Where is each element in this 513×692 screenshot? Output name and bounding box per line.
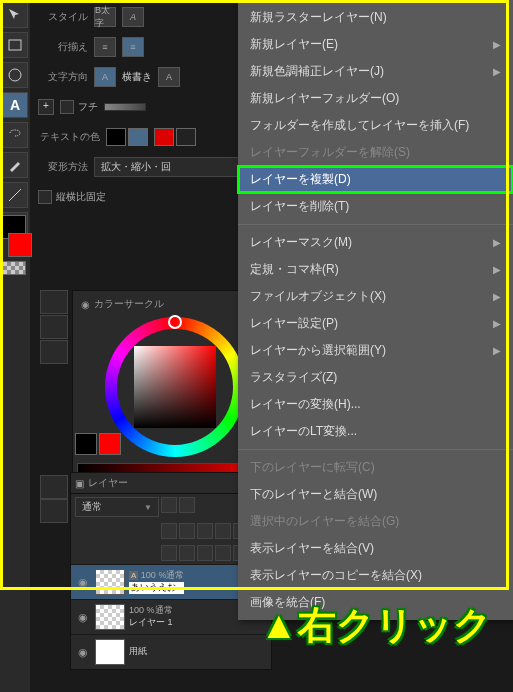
menu-item[interactable]: レイヤー設定(P)▶ bbox=[238, 310, 513, 337]
align-label: 行揃え bbox=[38, 40, 88, 54]
layer-item[interactable]: ◉ 用紙 bbox=[71, 634, 271, 669]
svg-point-1 bbox=[9, 69, 21, 81]
text-color-main[interactable] bbox=[106, 128, 126, 146]
color-panel-title: カラーサークル bbox=[94, 297, 164, 311]
menu-item[interactable]: 表示レイヤーを結合(V) bbox=[238, 535, 513, 562]
circle-tool-icon[interactable] bbox=[2, 62, 28, 88]
layer-thumbnail bbox=[95, 604, 125, 630]
frame-checkbox-row[interactable]: フチ bbox=[60, 100, 98, 114]
new-vector-layer-icon[interactable] bbox=[179, 545, 195, 561]
direction-label: 文字方向 bbox=[38, 70, 88, 84]
submenu-arrow-icon: ▶ bbox=[493, 291, 501, 302]
text-layer-badge: A bbox=[129, 571, 138, 580]
layer-clip-icon[interactable] bbox=[179, 523, 195, 539]
submenu-arrow-icon: ▶ bbox=[493, 345, 501, 356]
layer-panel-tabs bbox=[40, 475, 68, 523]
transform-label: 変形方法 bbox=[38, 160, 88, 174]
pen-tool-icon[interactable] bbox=[2, 152, 28, 178]
checkbox-icon bbox=[38, 190, 52, 204]
layer-thumbnail bbox=[95, 569, 125, 595]
menu-item[interactable]: 新規色調補正レイヤー(J)▶ bbox=[238, 58, 513, 85]
svg-rect-0 bbox=[9, 40, 21, 50]
layer-ctrl-1[interactable] bbox=[161, 497, 177, 513]
menu-item[interactable]: ラスタライズ(Z) bbox=[238, 364, 513, 391]
layer-tab-1[interactable] bbox=[40, 475, 68, 499]
checkbox-icon bbox=[60, 100, 74, 114]
align-center-icon[interactable]: ≡ bbox=[122, 37, 144, 57]
panel-tab-1[interactable] bbox=[40, 290, 68, 314]
tool-property-panel: スタイル B太字 A 行揃え ≡ ≡ 文字方向 A 横書き A + フチ テキス… bbox=[30, 0, 260, 222]
sv-picker[interactable] bbox=[134, 346, 216, 428]
menu-item[interactable]: フォルダーを作成してレイヤーを挿入(F) bbox=[238, 112, 513, 139]
submenu-arrow-icon: ▶ bbox=[493, 318, 501, 329]
layers-icon: ▣ bbox=[75, 478, 84, 489]
menu-item: 選択中のレイヤーを結合(G) bbox=[238, 508, 513, 535]
new-raster-layer-icon[interactable] bbox=[161, 545, 177, 561]
frame-slider[interactable] bbox=[104, 103, 146, 111]
menu-item[interactable]: 新規ラスターレイヤー(N) bbox=[238, 4, 513, 31]
layer-name[interactable]: あいうえお bbox=[129, 582, 184, 594]
aspect-lock-checkbox[interactable]: 縦横比固定 bbox=[38, 190, 106, 204]
transform-dropdown[interactable]: 拡大・縮小・回▼ bbox=[94, 157, 252, 177]
cp-fg-swatch[interactable] bbox=[75, 433, 97, 455]
layer-transfer-icon[interactable] bbox=[215, 545, 231, 561]
menu-item[interactable]: レイヤーを削除(T) bbox=[238, 193, 513, 220]
panel-tab-3[interactable] bbox=[40, 340, 68, 364]
layer-lock-icon[interactable] bbox=[161, 523, 177, 539]
arrow-tool-icon[interactable] bbox=[2, 2, 28, 28]
layer-name: 用紙 bbox=[129, 646, 147, 658]
pattern-swatch[interactable] bbox=[2, 261, 26, 275]
layer-context-menu: 新規ラスターレイヤー(N)新規レイヤー(E)▶新規色調補正レイヤー(J)▶新規レ… bbox=[238, 0, 513, 620]
layer-ctrl-2[interactable] bbox=[179, 497, 195, 513]
menu-item[interactable]: レイヤーから選択範囲(Y)▶ bbox=[238, 337, 513, 364]
textcolor-label: テキストの色 bbox=[38, 130, 100, 144]
bg-swatch[interactable] bbox=[8, 233, 32, 257]
layer-name: レイヤー 1 bbox=[129, 617, 173, 629]
menu-item[interactable]: レイヤーを複製(D) bbox=[238, 166, 513, 193]
color-swatches bbox=[2, 215, 28, 275]
line-tool-icon[interactable] bbox=[2, 182, 28, 208]
layer-draft-icon[interactable] bbox=[215, 523, 231, 539]
bold-button[interactable]: B太字 bbox=[94, 7, 116, 27]
menu-item[interactable]: 表示レイヤーのコピーを結合(X) bbox=[238, 562, 513, 589]
hue-handle[interactable] bbox=[168, 315, 182, 329]
text-color-sub[interactable] bbox=[128, 128, 148, 146]
expand-toggle[interactable]: + bbox=[38, 99, 54, 115]
visibility-icon[interactable]: ◉ bbox=[75, 644, 91, 660]
panel-tab-2[interactable] bbox=[40, 315, 68, 339]
menu-item[interactable]: 新規レイヤー(E)▶ bbox=[238, 31, 513, 58]
color-wheel[interactable] bbox=[105, 317, 245, 457]
text-tool-icon[interactable]: A bbox=[2, 92, 28, 118]
menu-item[interactable]: レイヤーのLT変換... bbox=[238, 418, 513, 445]
horizontal-writing-icon[interactable]: A bbox=[94, 67, 116, 87]
menu-item[interactable]: 新規レイヤーフォルダー(O) bbox=[238, 85, 513, 112]
vertical-writing-icon[interactable]: A bbox=[158, 67, 180, 87]
eye-icon: ◉ bbox=[81, 299, 90, 310]
tool-sidebar: A bbox=[0, 0, 30, 692]
visibility-icon[interactable]: ◉ bbox=[75, 574, 91, 590]
menu-item[interactable]: レイヤーの変換(H)... bbox=[238, 391, 513, 418]
italic-button[interactable]: A bbox=[122, 7, 144, 27]
style-label: スタイル bbox=[38, 10, 88, 24]
blend-mode-dropdown[interactable]: 通常▼ bbox=[75, 497, 159, 517]
menu-item: 下のレイヤーに転写(C) bbox=[238, 454, 513, 481]
menu-item[interactable]: ファイルオブジェクト(X)▶ bbox=[238, 283, 513, 310]
layer-tab-2[interactable] bbox=[40, 499, 68, 523]
submenu-arrow-icon: ▶ bbox=[493, 237, 501, 248]
menu-item[interactable]: 下のレイヤーと結合(W) bbox=[238, 481, 513, 508]
text-color-alt2[interactable] bbox=[176, 128, 196, 146]
new-folder-icon[interactable] bbox=[197, 545, 213, 561]
layers-title: レイヤー bbox=[88, 476, 128, 490]
submenu-arrow-icon: ▶ bbox=[493, 39, 501, 50]
layer-ref-icon[interactable] bbox=[197, 523, 213, 539]
lasso-tool-icon[interactable] bbox=[2, 122, 28, 148]
visibility-icon[interactable]: ◉ bbox=[75, 609, 91, 625]
cp-bg-swatch[interactable] bbox=[99, 433, 121, 455]
align-left-icon[interactable]: ≡ bbox=[94, 37, 116, 57]
rect-tool-icon[interactable] bbox=[2, 32, 28, 58]
menu-item[interactable]: レイヤーマスク(M)▶ bbox=[238, 229, 513, 256]
menu-item[interactable]: 定規・コマ枠(R)▶ bbox=[238, 256, 513, 283]
text-color-alt1[interactable] bbox=[154, 128, 174, 146]
menu-item: レイヤーフォルダーを解除(S) bbox=[238, 139, 513, 166]
submenu-arrow-icon: ▶ bbox=[493, 66, 501, 77]
